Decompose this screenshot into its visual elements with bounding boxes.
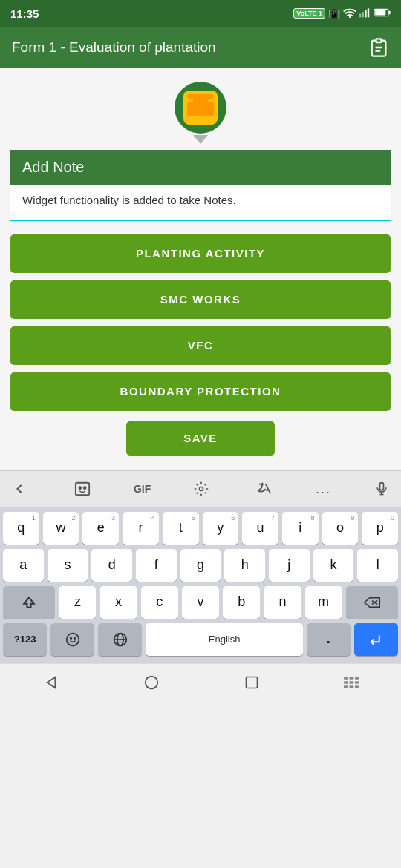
svg-rect-34 (344, 677, 348, 680)
keyboard-grid-button[interactable] (329, 671, 374, 694)
volte-badge: VoLTE 1 (293, 8, 325, 19)
svg-rect-13 (193, 105, 208, 107)
svg-point-18 (84, 487, 86, 489)
svg-rect-36 (355, 677, 359, 680)
bottom-nav (0, 663, 401, 702)
app-icon-inner (183, 91, 218, 125)
emoji-key[interactable] (50, 623, 94, 656)
keyboard[interactable]: 1q 2w 3e 4r 5t 6y 7u 8i 9o 0p a s d f g … (0, 507, 401, 663)
more-options-button[interactable]: ... (316, 481, 331, 497)
svg-rect-16 (76, 483, 89, 496)
keyboard-row-3: z x c v b n m (3, 586, 398, 619)
key-d[interactable]: d (91, 549, 132, 582)
svg-rect-35 (350, 677, 354, 680)
svg-point-25 (66, 633, 79, 645)
svg-rect-38 (350, 681, 354, 683)
key-g[interactable]: g (180, 549, 221, 582)
key-q[interactable]: 1q (3, 512, 39, 545)
svg-rect-39 (355, 681, 359, 683)
back-nav-button[interactable] (27, 668, 74, 697)
space-key[interactable]: English (146, 623, 302, 656)
key-p[interactable]: 0p (362, 512, 398, 545)
dropdown-triangle (193, 135, 208, 144)
key-k[interactable]: k (313, 549, 354, 582)
key-h[interactable]: h (224, 549, 265, 582)
key-f[interactable]: f (136, 549, 177, 582)
boundary-protection-button[interactable]: BOUNDARY PROTECTION (10, 372, 391, 411)
main-content: Add Note Widget functionality is added t… (0, 68, 401, 470)
key-l[interactable]: l (357, 549, 398, 582)
backspace-key[interactable] (346, 586, 398, 619)
symbols-key[interactable]: ?123 (3, 623, 47, 656)
svg-rect-8 (376, 39, 382, 42)
icon-area (0, 68, 401, 150)
key-c[interactable]: c (141, 586, 178, 619)
key-x[interactable]: x (100, 586, 137, 619)
emoji-panel-button[interactable] (70, 476, 95, 502)
shift-key[interactable] (3, 586, 55, 619)
key-s[interactable]: s (48, 549, 88, 582)
key-n[interactable]: n (264, 586, 301, 619)
svg-rect-4 (368, 8, 369, 17)
key-z[interactable]: z (59, 586, 96, 619)
smc-works-button[interactable]: SMC WORKS (10, 280, 391, 319)
planting-activity-button[interactable]: PLANTING ACTIVITY (10, 234, 391, 273)
vfc-button[interactable]: VFC (10, 326, 391, 365)
key-o[interactable]: 9o (322, 512, 359, 545)
key-r[interactable]: 4r (123, 512, 159, 545)
wifi-icon (343, 7, 356, 19)
svg-rect-33 (247, 677, 258, 688)
status-time: 11:35 (10, 7, 39, 20)
svg-point-32 (146, 677, 158, 689)
add-note-section: Add Note Widget functionality is added t… (10, 150, 391, 221)
battery-icon (374, 8, 391, 19)
key-w[interactable]: 2w (43, 512, 79, 545)
status-icons: VoLTE 1 📳 (293, 7, 391, 19)
key-a[interactable]: a (3, 549, 44, 582)
svg-rect-37 (344, 681, 348, 683)
svg-rect-14 (193, 108, 203, 111)
svg-point-27 (74, 637, 75, 639)
key-y[interactable]: 6y (203, 512, 239, 545)
svg-point-26 (70, 637, 71, 639)
key-m[interactable]: m (305, 586, 342, 619)
home-nav-button[interactable] (128, 668, 175, 697)
keyboard-toolbar: GIF ... (0, 470, 401, 507)
svg-rect-1 (359, 14, 361, 18)
translate-button[interactable] (252, 476, 277, 502)
add-note-body[interactable]: Widget functionality is added to take No… (10, 185, 391, 221)
svg-rect-20 (379, 483, 383, 490)
enter-key[interactable] (354, 623, 398, 656)
signal-icon (359, 7, 371, 19)
svg-rect-2 (362, 12, 364, 17)
recent-nav-button[interactable] (229, 669, 274, 696)
key-t[interactable]: 5t (163, 512, 199, 545)
svg-rect-7 (388, 11, 390, 15)
app-icon (175, 82, 226, 134)
settings-button[interactable] (189, 477, 213, 501)
key-v[interactable]: v (182, 586, 219, 619)
status-bar: 11:35 VoLTE 1 📳 (0, 0, 401, 27)
svg-rect-41 (350, 685, 354, 688)
key-j[interactable]: j (269, 549, 310, 582)
key-b[interactable]: b (223, 586, 260, 619)
key-u[interactable]: 7u (242, 512, 278, 545)
svg-rect-15 (193, 112, 206, 114)
period-key[interactable]: . (307, 623, 351, 656)
keyboard-row-4: ?123 English . (3, 623, 398, 656)
svg-point-0 (349, 16, 351, 18)
save-button[interactable]: SAVE (126, 421, 275, 456)
clipboard-button[interactable] (368, 37, 389, 58)
microphone-button[interactable] (370, 476, 394, 502)
keyboard-row-2: a s d f g h j k l (3, 549, 398, 582)
gif-button[interactable]: GIF (134, 483, 151, 495)
add-note-header: Add Note (10, 150, 391, 185)
keyboard-back-button[interactable] (7, 477, 31, 501)
add-note-title: Add Note (22, 159, 84, 175)
key-i[interactable]: 8i (282, 512, 319, 545)
globe-key[interactable] (98, 623, 142, 656)
svg-point-19 (200, 487, 203, 491)
key-e[interactable]: 3e (82, 512, 119, 545)
keyboard-row-1: 1q 2w 3e 4r 5t 6y 7u 8i 9o 0p (3, 512, 398, 545)
svg-rect-40 (344, 685, 348, 688)
